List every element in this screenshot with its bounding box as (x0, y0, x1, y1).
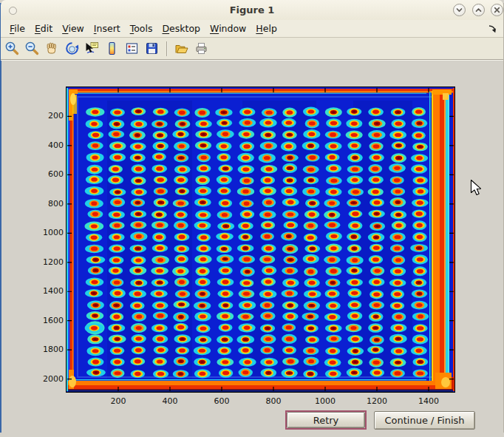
shade-button[interactable] (453, 4, 466, 16)
save-figure-icon[interactable] (144, 41, 160, 56)
toolbar-separator (166, 41, 167, 56)
x-tick-label: 1400 (412, 396, 445, 407)
y-tick-label: 600 (27, 169, 64, 180)
y-tick-label: 800 (27, 199, 64, 209)
y-tick-label: 1400 (27, 286, 64, 297)
y-tick-label: 2000 (27, 374, 64, 385)
close-button[interactable] (491, 4, 503, 16)
continue-finish-button[interactable]: Continue / Finish (374, 411, 475, 430)
rotate-3d-icon[interactable] (64, 41, 80, 56)
maximize-button[interactable] (472, 4, 485, 16)
open-file-icon[interactable] (174, 41, 189, 56)
retry-button-focus-ring: Retry (285, 410, 367, 430)
retry-button[interactable]: Retry (287, 412, 365, 428)
colorbar-icon[interactable] (104, 41, 120, 56)
y-tick-label: 400 (27, 140, 64, 151)
y-tick-label: 1600 (27, 316, 64, 326)
x-tick-label: 800 (257, 396, 290, 407)
menu-item-desktop[interactable]: Desktop (162, 23, 200, 34)
window-border-left (0, 3, 1, 433)
x-tick-label: 1000 (309, 396, 341, 407)
data-cursor-icon[interactable] (84, 41, 100, 56)
x-tick-label: 400 (154, 396, 186, 407)
zoom-in-icon[interactable] (4, 41, 20, 56)
menu-item-view[interactable]: View (62, 23, 84, 34)
menu-item-help[interactable]: Help (256, 23, 277, 34)
chevron-up-icon (473, 4, 484, 16)
x-tick-label: 1200 (361, 396, 393, 407)
window-title: Figure 1 (1, 0, 503, 20)
menu-item-insert[interactable]: Insert (94, 23, 120, 34)
pan-icon[interactable] (44, 41, 60, 56)
insert-legend-icon[interactable] (124, 41, 140, 56)
print-figure-icon[interactable] (194, 41, 209, 56)
menu-item-edit[interactable]: Edit (35, 23, 52, 34)
y-tick-label: 1200 (27, 257, 64, 268)
menu-item-tools[interactable]: Tools (130, 23, 153, 34)
menu-bar: FileEditViewInsertToolsDesktopWindowHelp (1, 20, 503, 38)
close-icon (491, 4, 503, 16)
y-tick-label: 1000 (27, 228, 64, 238)
mouse-cursor (470, 179, 483, 197)
title-bar[interactable]: Figure 1 (1, 0, 503, 21)
x-tick-label: 600 (205, 396, 238, 407)
menu-item-file[interactable]: File (10, 23, 25, 34)
toolbar (1, 38, 503, 60)
y-tick-label: 200 (27, 111, 64, 121)
chevron-down-icon (454, 4, 465, 16)
microarray-image[interactable] (66, 87, 455, 393)
figure-window: Figure 1 FileEditViewInsertToolsDesktopW… (0, 0, 504, 437)
y-tick-label: 1800 (27, 345, 64, 355)
x-tick-label: 200 (102, 396, 134, 407)
zoom-out-icon[interactable] (24, 41, 40, 56)
menu-item-window[interactable]: Window (210, 23, 246, 34)
dock-figure-icon[interactable] (488, 24, 497, 33)
